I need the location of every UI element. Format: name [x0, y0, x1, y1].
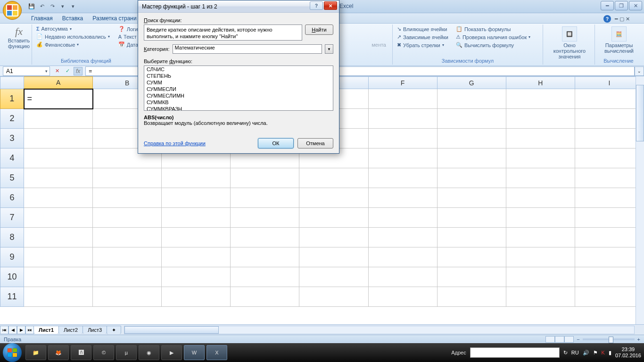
cell[interactable] [231, 188, 299, 208]
sheet-nav-first[interactable]: ⏮ [0, 326, 8, 334]
cell[interactable] [299, 208, 368, 228]
find-button[interactable]: Найти [305, 25, 333, 35]
doc-minimize-icon[interactable]: ━ ▢ ✕ [615, 16, 630, 22]
cell[interactable] [24, 148, 93, 168]
zoom-out-icon[interactable]: − [577, 337, 579, 342]
cell[interactable] [437, 109, 506, 129]
row-header[interactable]: 5 [0, 168, 24, 188]
col-header-h[interactable]: H [506, 77, 575, 89]
cell[interactable] [24, 129, 93, 148]
list-item[interactable]: СУММКВРАЗН [144, 106, 333, 111]
cancel-button[interactable]: Отмена [297, 138, 333, 148]
tray-flag-icon[interactable]: ⚑ [593, 350, 598, 356]
address-box[interactable] [470, 347, 560, 358]
cell[interactable] [575, 247, 644, 267]
sheet-tab-new[interactable]: ✦ [107, 326, 121, 334]
cell[interactable] [506, 168, 575, 188]
col-header-f[interactable]: F [368, 77, 437, 89]
cell[interactable] [93, 247, 162, 267]
horizontal-scrollbar[interactable] [124, 326, 635, 334]
cell[interactable] [437, 228, 506, 247]
cell[interactable] [506, 109, 575, 129]
cell[interactable] [299, 267, 368, 287]
insert-function-button[interactable]: fx Вставить функцию [5, 25, 33, 49]
list-item[interactable]: СТЕПЕНЬ [144, 73, 333, 79]
col-header-g[interactable]: G [437, 77, 506, 89]
enter-formula-icon[interactable]: ✓ [63, 67, 72, 75]
search-textbox[interactable]: Введите краткое описание действия, котор… [144, 25, 302, 41]
cell[interactable] [575, 109, 644, 129]
cell[interactable] [299, 287, 368, 307]
row-header[interactable]: 6 [0, 188, 24, 208]
view-layout-icon[interactable] [555, 336, 564, 343]
cell[interactable] [368, 168, 437, 188]
cell[interactable] [575, 188, 644, 208]
cell[interactable] [93, 228, 162, 247]
cell[interactable] [506, 129, 575, 148]
tray-av-icon[interactable]: K [602, 350, 605, 355]
cell[interactable] [231, 267, 299, 287]
cell[interactable] [437, 188, 506, 208]
sheet-nav-next[interactable]: ▶ [17, 326, 25, 334]
cell[interactable] [162, 208, 231, 228]
list-item[interactable]: СУММ [144, 79, 333, 86]
cell[interactable] [368, 109, 437, 129]
cell[interactable] [575, 208, 644, 228]
help-icon[interactable]: ? [603, 15, 611, 23]
start-button[interactable] [3, 343, 22, 362]
task-media[interactable]: ▶ [161, 345, 182, 360]
cell[interactable] [24, 109, 93, 129]
cell[interactable] [368, 267, 437, 287]
cell[interactable] [24, 287, 93, 307]
financial-button[interactable]: 💰 Финансовые ▾ [35, 41, 111, 48]
cell[interactable] [506, 228, 575, 247]
cell[interactable] [299, 168, 368, 188]
cell[interactable] [162, 267, 231, 287]
minimize-button[interactable]: ━ [601, 1, 614, 10]
office-button[interactable] [3, 1, 22, 20]
cell[interactable] [437, 89, 506, 109]
function-listbox[interactable]: СЛЧИС СТЕПЕНЬ СУММ СУММЕСЛИ СУММЕСЛИМН С… [144, 66, 333, 111]
tray-lang[interactable]: RU [571, 350, 579, 355]
cell[interactable] [24, 267, 93, 287]
row-header[interactable]: 9 [0, 247, 24, 267]
zoom-in-icon[interactable]: + [637, 337, 640, 342]
col-header-a[interactable]: A [24, 77, 93, 89]
cell[interactable] [231, 168, 299, 188]
tab-layout[interactable]: Разметка страни [88, 14, 141, 23]
task-firefox[interactable]: 🦊 [48, 345, 69, 360]
tray-network-icon[interactable]: ▮ [609, 350, 611, 356]
task-app2[interactable]: © [93, 345, 114, 360]
cell[interactable] [231, 287, 299, 307]
cell[interactable] [368, 148, 437, 168]
cell[interactable] [299, 188, 368, 208]
cell[interactable] [368, 89, 437, 109]
cell[interactable] [162, 168, 231, 188]
tray-sound-icon[interactable]: 🔊 [583, 350, 589, 356]
cell[interactable] [575, 228, 644, 247]
ok-button[interactable]: ОК [258, 138, 294, 148]
row-header[interactable]: 8 [0, 228, 24, 247]
cell[interactable] [162, 188, 231, 208]
cell[interactable] [575, 89, 644, 109]
cell[interactable] [93, 267, 162, 287]
cell[interactable] [575, 267, 644, 287]
row-header[interactable]: 3 [0, 129, 24, 148]
row-header-1[interactable]: 1 [0, 89, 24, 109]
autosum-button[interactable]: Σ Автосумма ▾ [35, 25, 111, 32]
cell[interactable] [437, 129, 506, 148]
cell[interactable] [575, 148, 644, 168]
cell[interactable] [506, 287, 575, 307]
cell[interactable] [368, 129, 437, 148]
watch-window-button[interactable]: 🔲 Окно контрольного значения [546, 25, 593, 60]
row-header[interactable]: 4 [0, 148, 24, 168]
list-item[interactable]: СЛЧИС [144, 66, 333, 73]
cell[interactable] [575, 168, 644, 188]
task-explorer[interactable]: 📁 [25, 345, 46, 360]
category-dropdown-icon[interactable]: ▼ [325, 44, 333, 54]
tray-refresh-icon[interactable]: ↻ [563, 350, 568, 356]
close-button[interactable]: ✕ [629, 1, 642, 10]
cell[interactable] [437, 168, 506, 188]
vertical-scrollbar[interactable] [636, 76, 644, 324]
recent-functions-button[interactable]: 📄 Недавно использовались ▾ [35, 33, 111, 40]
